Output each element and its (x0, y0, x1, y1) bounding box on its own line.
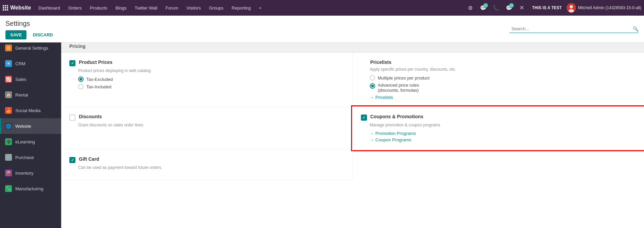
search-bar: 🔍 (509, 25, 639, 33)
sidebar-item-website[interactable]: 🌐 Website (0, 118, 61, 134)
chat-badge: 38 (509, 3, 514, 8)
nav-dashboard[interactable]: Dashboard (35, 3, 64, 13)
nav-reporting[interactable]: Reporting (228, 3, 254, 13)
pricelists-desc: Apply specific prices per country, disco… (370, 67, 636, 72)
main-content: Pricing Product Prices Product prices di… (61, 40, 644, 228)
nav-groups[interactable]: Groups (206, 3, 227, 13)
general-settings-icon: ⚙ (5, 45, 12, 51)
sidebar-item-sales[interactable]: 📈 Sales (0, 71, 61, 87)
coupons-promotions-cell: Coupons & Promotions Manage promotion & … (353, 107, 644, 150)
nav-icons-group: ⚙ 💬 10 📞 💬 38 ✕ THIS IS A TEST Mitchell … (465, 2, 641, 13)
discounts-header: Discounts (69, 114, 344, 121)
pricelists-link[interactable]: → Pricelists (370, 95, 636, 100)
purchase-icon: 🛒 (5, 154, 12, 161)
app-logo[interactable]: Website (3, 5, 31, 11)
gift-card-checkbox[interactable] (69, 157, 75, 163)
manufacturing-icon: 🔧 (5, 185, 12, 192)
product-prices-cell: Product Prices Product prices displaying… (61, 53, 353, 107)
gift-card-cell: Gift Card Can be used as payment toward … (61, 150, 353, 180)
gift-card-header: Gift Card (69, 156, 344, 163)
discard-button[interactable]: DISCARD (29, 30, 56, 39)
sidebar-item-elearning[interactable]: 🎓 eLearning (0, 134, 61, 150)
nav-twitter-wall[interactable]: Twitter Wall (131, 3, 161, 13)
coupon-programs-link[interactable]: → Coupon Programs (370, 137, 636, 142)
page-header: Settings SAVE DISCARD 🔍 (0, 16, 644, 42)
multiple-prices-option[interactable]: Multiple prices per product (370, 75, 636, 81)
discounts-title: Discounts (79, 114, 102, 119)
advanced-price-rules-radio[interactable] (370, 83, 375, 89)
user-name: Mitchell Admin (14328583-15-0-all) (578, 5, 641, 10)
svg-point-2 (569, 9, 574, 13)
tax-excluded-radio[interactable] (78, 76, 84, 82)
pricelists-header: Pricelists (361, 59, 636, 65)
search-icon: 🔍 (633, 26, 639, 32)
user-avatar[interactable] (567, 3, 576, 13)
product-prices-radio-group: Tax-Excluded Tax-Included (78, 76, 344, 89)
crm-icon: 👁 (5, 60, 12, 67)
discounts-checkbox[interactable] (69, 115, 75, 121)
notifications-icon-btn[interactable]: 💬 10 (478, 2, 489, 13)
website-icon: 🌐 (5, 123, 12, 129)
coupons-promotions-checkbox[interactable] (361, 115, 367, 121)
promotion-programs-link[interactable]: → Promotion Programs (370, 131, 636, 136)
close-icon-btn[interactable]: ✕ (517, 2, 527, 13)
tax-excluded-option[interactable]: Tax-Excluded (78, 76, 344, 82)
sidebar-item-social-media[interactable]: 👍 Social Media (0, 103, 61, 118)
advanced-price-rules-option[interactable]: Advanced price rules (discounts, formula… (370, 83, 636, 93)
coupons-promotions-title: Coupons & Promotions (370, 114, 423, 119)
multiple-prices-radio[interactable] (370, 75, 375, 81)
top-navigation: Website Dashboard Orders Products Blogs … (0, 0, 644, 16)
gift-card-desc: Can be used as payment toward future ord… (78, 165, 344, 170)
discounts-cell: Discounts Grant discounts on sales order… (61, 107, 353, 150)
nav-visitors[interactable]: Visitors (183, 3, 204, 13)
coupons-promotions-desc: Manage promotion & coupon programs (370, 123, 636, 127)
coupons-promotions-header: Coupons & Promotions (361, 114, 636, 121)
product-prices-header: Product Prices (69, 59, 344, 66)
settings-icon-btn[interactable]: ⚙ (465, 2, 476, 13)
phone-icon-btn[interactable]: 📞 (491, 2, 502, 13)
nav-products[interactable]: Products (86, 3, 110, 13)
main-layout: ⚙ General Settings 👁 CRM 📈 Sales 🏠 Renta… (0, 40, 644, 228)
sidebar: ⚙ General Settings 👁 CRM 📈 Sales 🏠 Renta… (0, 40, 61, 228)
sidebar-item-rental[interactable]: 🏠 Rental (0, 87, 61, 103)
sidebar-item-manufacturing[interactable]: 🔧 Manufacturing (0, 181, 61, 196)
product-prices-checkbox[interactable] (69, 60, 75, 66)
pricelists-title: Pricelists (370, 59, 391, 65)
inventory-icon: 📦 (5, 170, 12, 176)
rental-icon: 🏠 (5, 91, 12, 98)
product-prices-title: Product Prices (79, 59, 112, 65)
sidebar-item-inventory[interactable]: 📦 Inventory (0, 165, 61, 181)
tax-included-option[interactable]: Tax-Included (78, 84, 344, 89)
chat-icon-btn[interactable]: 💬 38 (504, 2, 515, 13)
product-prices-desc: Product prices displaying in web catalog (78, 68, 344, 73)
nav-add[interactable]: + (256, 3, 265, 13)
sidebar-item-purchase[interactable]: 🛒 Purchase (0, 150, 61, 165)
sidebar-item-crm[interactable]: 👁 CRM (0, 56, 61, 71)
nav-blogs[interactable]: Blogs (112, 3, 130, 13)
sales-icon: 📈 (5, 76, 12, 83)
settings-grid: Product Prices Product prices displaying… (61, 53, 644, 180)
nav-orders[interactable]: Orders (65, 3, 85, 13)
test-label: THIS IS A TEST (529, 5, 564, 10)
search-input[interactable] (509, 25, 633, 33)
pricelists-radio-group: Multiple prices per product Advanced pri… (370, 75, 636, 93)
tax-included-radio[interactable] (78, 84, 84, 89)
app-name: Website (10, 5, 31, 11)
elearning-icon: 🎓 (5, 138, 12, 145)
grid-icon (3, 5, 8, 11)
svg-point-1 (570, 5, 573, 8)
save-button[interactable]: SAVE (5, 30, 27, 39)
gift-card-title: Gift Card (79, 156, 99, 162)
notifications-badge: 10 (483, 3, 488, 8)
discounts-desc: Grant discounts on sales order lines (78, 123, 344, 127)
social-media-icon: 👍 (5, 107, 12, 114)
pricelists-cell: Pricelists Apply specific prices per cou… (353, 53, 644, 107)
nav-forum[interactable]: Forum (162, 3, 182, 13)
